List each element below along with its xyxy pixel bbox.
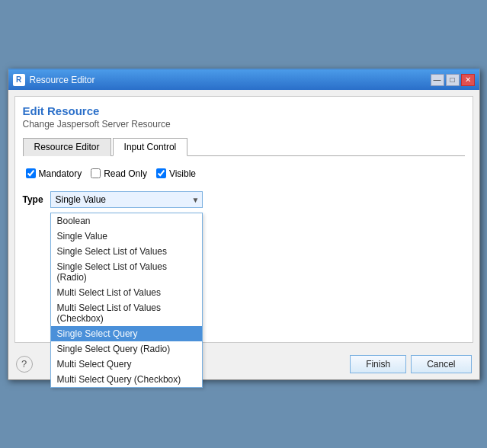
visible-checkbox[interactable] — [156, 168, 166, 178]
readonly-label: Read Only — [104, 168, 147, 179]
dropdown-item-single-select-list[interactable]: Single Select List of Values — [51, 244, 202, 259]
readonly-checkbox-item: Read Only — [91, 168, 147, 179]
maximize-button[interactable]: □ — [446, 74, 460, 86]
type-select-wrapper: Single Value ▼ — [50, 191, 203, 208]
dropdown-item-single-select-query[interactable]: Single Select Query — [51, 326, 202, 341]
dropdown-item-multi-select-query-checkbox[interactable]: Multi Select Query (Checkbox) — [51, 372, 202, 387]
title-buttons: — □ ✕ — [431, 74, 475, 86]
dropdown-item-multi-select-query[interactable]: Multi Select Query — [51, 357, 202, 372]
main-content: Edit Resource Change Jaspersoft Server R… — [14, 96, 473, 343]
type-label: Type — [23, 194, 46, 205]
minimize-button[interactable]: — — [431, 74, 444, 86]
type-row: Type Single Value ▼ — [23, 191, 465, 208]
visible-checkbox-item: Visible — [156, 168, 196, 179]
readonly-checkbox[interactable] — [91, 168, 101, 178]
tab-resource-editor[interactable]: Resource Editor — [23, 138, 111, 156]
mandatory-checkbox[interactable] — [26, 168, 36, 178]
app-icon: R — [13, 74, 25, 86]
mandatory-checkbox-item: Mandatory — [26, 168, 82, 179]
tab-input-control[interactable]: Input Control — [113, 138, 188, 156]
page-subtitle: Change Jaspersoft Server Resource — [23, 119, 465, 130]
mandatory-label: Mandatory — [39, 168, 82, 179]
close-button[interactable]: ✕ — [461, 74, 475, 86]
dropdown-item-single-select-list-radio[interactable]: Single Select List of Values (Radio) — [51, 259, 202, 285]
title-bar-left: R Resource Editor — [13, 74, 95, 86]
dropdown-list: Boolean Single Value Single Select List … — [50, 213, 203, 388]
dropdown-item-multi-select-list-checkbox[interactable]: Multi Select List of Values (Checkbox) — [51, 300, 202, 326]
help-button[interactable]: ? — [16, 356, 33, 373]
dropdown-item-boolean[interactable]: Boolean — [51, 213, 202, 229]
cancel-button[interactable]: Cancel — [411, 355, 471, 373]
dropdown-item-single-value[interactable]: Single Value — [51, 229, 202, 244]
visible-label: Visible — [169, 168, 196, 179]
tab-bar: Resource Editor Input Control — [23, 137, 465, 156]
page-title: Edit Resource — [23, 104, 465, 117]
dropdown-item-single-select-query-radio[interactable]: Single Select Query (Radio) — [51, 341, 202, 357]
checkbox-row: Mandatory Read Only Visible — [23, 164, 465, 184]
title-bar: R Resource Editor — □ ✕ — [8, 70, 479, 90]
type-select[interactable]: Single Value — [50, 191, 203, 208]
button-group: Finish Cancel — [350, 355, 471, 373]
finish-button[interactable]: Finish — [350, 355, 406, 373]
main-window: R Resource Editor — □ ✕ Edit Resource Ch… — [8, 69, 480, 380]
dropdown-item-multi-select-list[interactable]: Multi Select List of Values — [51, 285, 202, 300]
window-title: Resource Editor — [30, 75, 95, 85]
